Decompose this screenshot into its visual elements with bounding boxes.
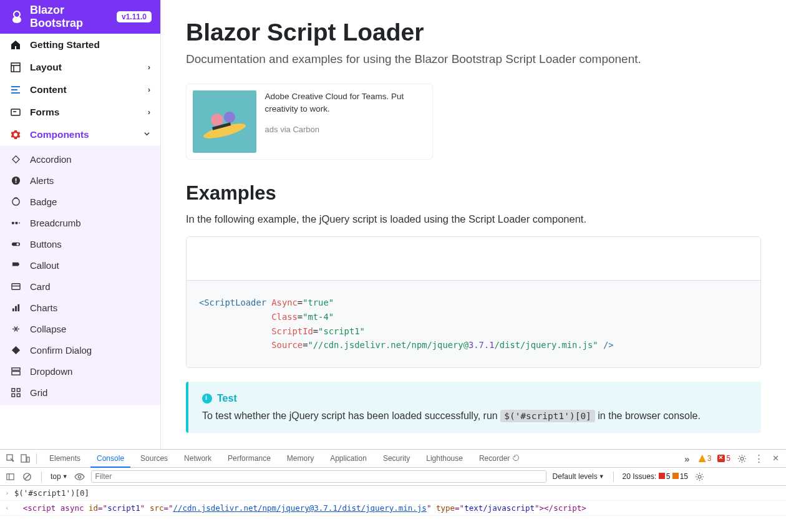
- svg-rect-20: [15, 306, 17, 311]
- flag-orange-icon: [672, 473, 679, 479]
- more-tabs-icon[interactable]: »: [682, 453, 692, 464]
- sidebar-item-label: Confirm Dialog: [30, 345, 92, 355]
- sidebar-item-callout[interactable]: Callout: [0, 254, 160, 276]
- svg-point-43: [698, 475, 701, 478]
- charts-icon: [10, 302, 21, 313]
- settings-icon[interactable]: [694, 472, 705, 482]
- sidebar-item-charts[interactable]: Charts: [0, 297, 160, 318]
- sidebar-item-label: Card: [30, 281, 51, 292]
- svg-rect-0: [11, 63, 20, 72]
- code-block[interactable]: <ScriptLoader Async="true" Class="mt-4" …: [187, 281, 760, 367]
- context-selector[interactable]: top ▼: [51, 472, 68, 481]
- tab-memory[interactable]: Memory: [281, 450, 320, 467]
- error-badge[interactable]: 5: [717, 454, 730, 463]
- close-icon[interactable]: ×: [770, 453, 781, 464]
- prompt-icon: ›: [5, 489, 9, 497]
- levels-selector[interactable]: Default levels ▼: [553, 472, 604, 481]
- src-link[interactable]: //cdn.jsdelivr.net/npm/jquery@3.7.1/dist…: [173, 503, 427, 513]
- brand-title: Blazor Bootstrap: [30, 4, 117, 30]
- tab-application[interactable]: Application: [324, 450, 373, 467]
- tab-sources[interactable]: Sources: [134, 450, 174, 467]
- dropdown-icon: [10, 365, 21, 377]
- filter-input[interactable]: [91, 470, 546, 483]
- chevron-right-icon: ›: [148, 63, 150, 72]
- info-icon: [202, 394, 212, 404]
- svg-rect-35: [21, 455, 26, 462]
- console-cmd: $('#script1')[0]: [14, 488, 89, 498]
- chevron-right-icon: ›: [148, 108, 150, 117]
- sidebar-item-grid[interactable]: Grid: [0, 382, 160, 403]
- sidebar-item-label: Grid: [30, 387, 47, 398]
- svg-rect-4: [11, 89, 17, 90]
- tab-network[interactable]: Network: [178, 450, 218, 467]
- sidebar: Blazor Bootstrap v1.11.0 Getting Started…: [0, 0, 161, 449]
- svg-point-37: [740, 457, 744, 460]
- svg-rect-9: [15, 178, 16, 181]
- sidebar-item-layout[interactable]: Layout ›: [0, 56, 160, 79]
- sidebar-item-buttons[interactable]: Buttons: [0, 233, 160, 254]
- console-cmd-row[interactable]: › $('#script1')[0]: [0, 486, 786, 501]
- confirm-icon: [10, 344, 21, 355]
- tab-elements[interactable]: Elements: [43, 450, 87, 467]
- clear-icon[interactable]: [22, 472, 32, 482]
- inspect-icon[interactable]: [5, 453, 16, 464]
- sidebar-item-content[interactable]: Content ›: [0, 79, 160, 101]
- main-content: Blazor Script Loader Documentation and e…: [161, 0, 786, 449]
- settings-icon[interactable]: [737, 453, 747, 464]
- sidebar-item-breadcrumb[interactable]: Breadcrumb: [0, 212, 160, 233]
- svg-rect-19: [12, 308, 14, 311]
- svg-line-41: [25, 474, 30, 479]
- home-icon: [10, 39, 21, 51]
- sidebar-item-collapse[interactable]: Collapse: [0, 318, 160, 339]
- chevron-down-icon: [143, 130, 150, 139]
- warn-badge[interactable]: 3: [699, 454, 712, 463]
- svg-point-14: [19, 222, 20, 223]
- sidebar-item-label: Breadcrumb: [30, 218, 81, 228]
- alerts-icon: [10, 175, 21, 186]
- sidebar-item-label: Badge: [30, 196, 57, 207]
- sidebar-item-label: Dropdown: [30, 366, 72, 377]
- code-preview: [187, 237, 760, 281]
- sidebar-item-label: Getting Started: [30, 39, 100, 51]
- sidebar-item-getting-started[interactable]: Getting Started: [0, 34, 160, 56]
- eye-icon[interactable]: [74, 472, 85, 482]
- sidebar-item-accordion[interactable]: Accordion: [0, 148, 160, 170]
- console-result-row[interactable]: ‹ <script async id="script1" src="//cdn.…: [0, 501, 786, 516]
- collapse-icon: [10, 323, 21, 334]
- sidebar-item-label: Accordion: [30, 154, 72, 165]
- svg-rect-38: [7, 473, 14, 479]
- sidebar-item-label: Collapse: [30, 324, 66, 334]
- content-icon: [10, 84, 21, 95]
- sidebar-item-dropdown[interactable]: Dropdown: [0, 360, 160, 382]
- page-subtitle: Documentation and examples for using the…: [186, 52, 761, 66]
- devtools-panel: Elements Console Sources Network Perform…: [0, 449, 786, 532]
- sidebar-toggle-icon[interactable]: [5, 472, 16, 482]
- tab-lighthouse[interactable]: Lighthouse: [420, 450, 469, 467]
- sidebar-item-confirm-dialog[interactable]: Confirm Dialog: [0, 339, 160, 360]
- kebab-icon[interactable]: ⋮: [754, 453, 764, 464]
- brand-bar[interactable]: Blazor Bootstrap v1.11.0: [0, 0, 160, 34]
- sidebar-nav[interactable]: Getting Started Layout › Content › Forms…: [0, 34, 160, 449]
- sidebar-item-label: Content: [30, 84, 67, 95]
- svg-rect-17: [11, 283, 19, 289]
- page-title: Blazor Script Loader: [186, 19, 761, 46]
- tab-console[interactable]: Console: [90, 450, 130, 468]
- version-badge: v1.11.0: [117, 11, 152, 22]
- sidebar-item-badge[interactable]: Badge: [0, 191, 160, 212]
- sidebar-item-forms[interactable]: Forms ›: [0, 101, 160, 123]
- sidebar-item-card[interactable]: Card: [0, 276, 160, 297]
- callout-body: To test whether the jQuery script has be…: [202, 410, 747, 422]
- svg-point-42: [78, 475, 80, 478]
- sidebar-item-components[interactable]: Components: [0, 123, 160, 146]
- device-icon[interactable]: [19, 453, 30, 464]
- carbon-ad[interactable]: Adobe Creative Cloud for Teams. Put crea…: [186, 84, 433, 160]
- svg-rect-27: [11, 394, 14, 397]
- issues-label[interactable]: 20 Issues: 5 15: [623, 472, 688, 481]
- tab-recorder[interactable]: Recorder: [473, 450, 526, 467]
- svg-rect-3: [11, 86, 20, 87]
- sidebar-item-alerts[interactable]: Alerts: [0, 170, 160, 191]
- breadcrumb-icon: [10, 217, 21, 228]
- tab-security[interactable]: Security: [377, 450, 416, 467]
- console-toolbar: top ▼ Default levels ▼ 20 Issues: 5 15: [0, 468, 786, 486]
- tab-performance[interactable]: Performance: [221, 450, 277, 467]
